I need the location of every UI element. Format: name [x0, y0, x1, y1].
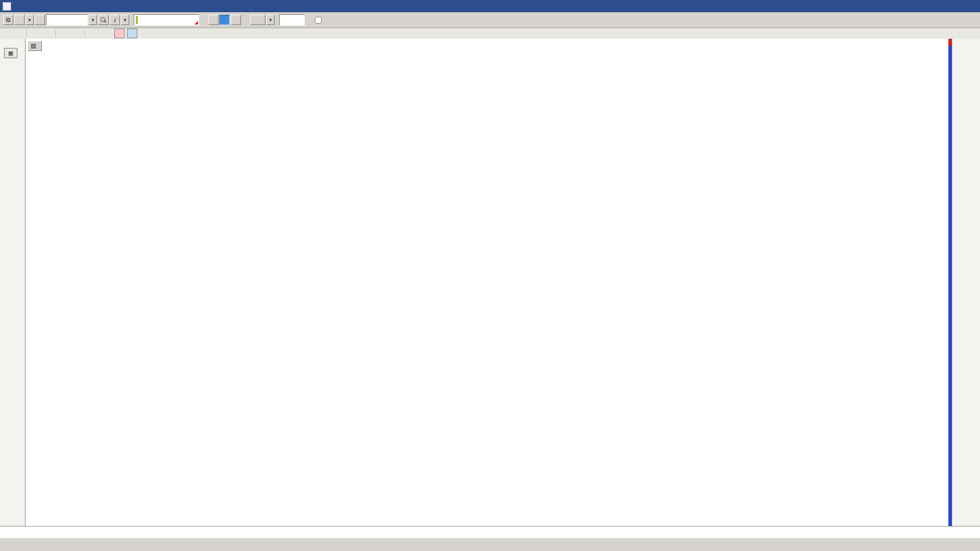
new-badge	[136, 16, 138, 24]
search-icon	[101, 17, 106, 23]
status-bar	[0, 539, 980, 551]
sell-button[interactable]	[127, 29, 137, 38]
second-button[interactable]	[219, 15, 230, 25]
stock-search-button[interactable]	[98, 15, 109, 25]
minute-button[interactable]	[208, 15, 218, 25]
title-bar	[0, 0, 980, 12]
bar-position-input[interactable]	[279, 14, 305, 26]
right-edge-marker	[948, 46, 952, 526]
week-combo-arrow[interactable]: ▼	[26, 15, 34, 25]
tick-button[interactable]	[231, 15, 241, 25]
count-combo[interactable]	[250, 15, 265, 25]
chart-toolbar: ⧉ ▼ ▼ ♪ ▼ ▼	[0, 12, 980, 28]
link-window-button[interactable]: ⧉	[3, 15, 13, 25]
right-edge-top-marker	[948, 39, 952, 46]
legend-swatch-icon	[31, 44, 36, 48]
prev-stock-button[interactable]	[35, 15, 45, 25]
buy-button[interactable]	[114, 29, 125, 38]
stock-code-input[interactable]	[46, 14, 88, 26]
time-axis[interactable]	[0, 526, 980, 539]
indicator-legend[interactable]	[28, 41, 42, 51]
resize-corner-icon	[194, 21, 198, 24]
d-checkbox[interactable]	[315, 17, 322, 23]
right-percent-axis	[952, 39, 980, 526]
chart-plot-area[interactable]	[26, 39, 950, 526]
app-icon	[3, 2, 11, 11]
price-info-bar	[0, 28, 980, 39]
sound-button[interactable]: ♪	[110, 15, 120, 25]
count-combo-arrow[interactable]: ▼	[266, 15, 275, 25]
left-price-axis	[0, 39, 26, 526]
sound-dropdown[interactable]: ▼	[121, 15, 129, 25]
grid-settings-button[interactable]: ▦	[4, 48, 17, 58]
stock-code-dropdown[interactable]: ▼	[89, 15, 97, 25]
week-combo[interactable]	[14, 15, 24, 25]
stock-name-field[interactable]	[134, 14, 199, 26]
